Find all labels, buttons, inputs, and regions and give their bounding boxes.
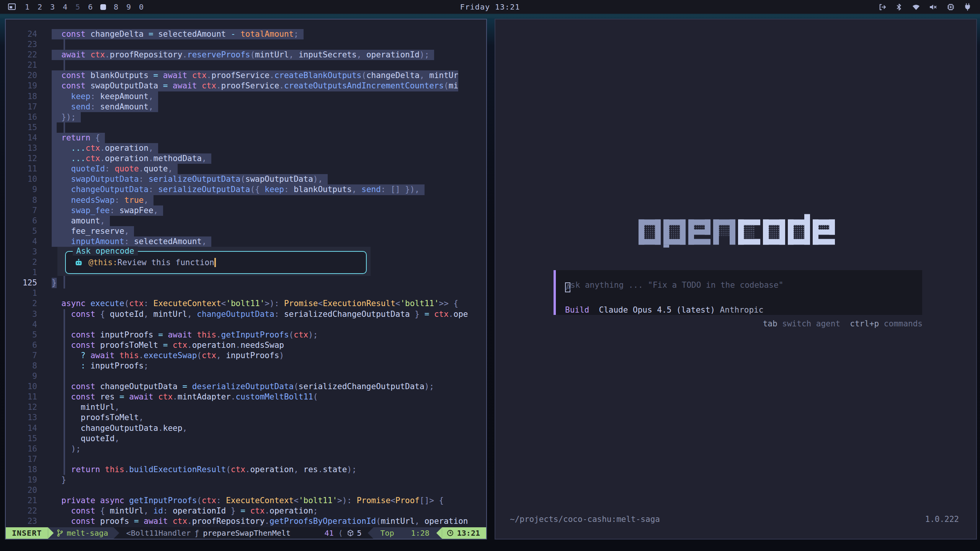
line-number: 7: [6, 205, 37, 216]
code-text: return {: [52, 133, 105, 143]
line-number: 7: [6, 350, 37, 361]
line-number: 19: [6, 81, 37, 91]
code-line[interactable]: 11 const res = await ctx.mintAdapter.cus…: [6, 392, 486, 402]
ask-context-tag: @this:: [88, 258, 118, 267]
code-text: : inputProofs;: [52, 361, 149, 371]
git-branch-icon: [57, 529, 63, 537]
code-line[interactable]: 9: [6, 371, 486, 381]
code-line[interactable]: 19 const swapOutputData = await ctx.proo…: [6, 81, 486, 91]
model-provider: Anthropic: [720, 305, 764, 315]
line-number: 16: [6, 112, 37, 122]
code-line[interactable]: 3 const { quoteId, mintUrl, changeOutput…: [6, 309, 486, 320]
chat-input[interactable]: Ask anything ... "Fix a TODO in the code…: [554, 270, 922, 315]
line-number: 10: [6, 174, 37, 184]
git-branch-name: melt-saga: [67, 528, 108, 538]
ask-float-title: Ask opencode: [73, 246, 138, 256]
code-line[interactable]: 14 return {: [6, 133, 486, 143]
code-line[interactable]: 8 : inputProofs;: [6, 361, 486, 371]
cursor-position: 1:28: [411, 528, 430, 538]
code-text: }: [52, 475, 66, 485]
powerline-separator: [436, 527, 442, 539]
code-line[interactable]: 23 const proofs = await ctx.proofReposit…: [6, 516, 486, 527]
code-text: changeOutputData: serializeOutputData({ …: [52, 184, 425, 195]
code-line[interactable]: 16 );: [6, 444, 486, 454]
code-line[interactable]: 10 swapOutputData: serializeOutputData(s…: [6, 174, 486, 184]
top-bar: 123456890 Friday 13:21: [0, 0, 980, 14]
code-line[interactable]: 5 const inputProofs = await this.getInpu…: [6, 330, 486, 340]
line-number: 9: [6, 184, 37, 195]
code-lines-above: 24 const changeDelta = selectedAmount - …: [6, 29, 486, 278]
code-line[interactable]: 16 });: [6, 112, 486, 122]
code-line[interactable]: 12 mintUrl,: [6, 402, 486, 412]
working-directory: ~/projects/coco-cashu:melt-saga: [510, 515, 660, 524]
code-line[interactable]: 6 const proofsToMelt = ctx.operation.nee…: [6, 340, 486, 350]
code-text: const { quoteId, mintUrl, changeOutputDa…: [52, 309, 468, 320]
line-number: 8: [6, 195, 37, 205]
code-cursor-line: 125 }: [6, 278, 486, 288]
code-line[interactable]: 6 amount,: [6, 216, 486, 226]
code-line[interactable]: 18 keep: keepAmount,: [6, 91, 486, 102]
keybind-hints: tab switch agent ctrl+p commands: [763, 319, 923, 328]
code-line[interactable]: 7 ? await this.executeSwap(ctx, inputPro…: [6, 350, 486, 361]
line-number: 1: [6, 267, 37, 278]
line-number: 19: [6, 475, 37, 485]
code-text: const proofs = await ctx.proofRepository…: [52, 516, 468, 527]
line-number: 2: [6, 298, 37, 309]
code-line[interactable]: 23: [6, 39, 486, 50]
code-text: const inputProofs = await this.getInputP…: [52, 330, 318, 340]
code-context: <Bolt11Handler ƒ prepareSwapThenMelt: [126, 528, 291, 538]
code-line[interactable]: 20: [6, 485, 486, 496]
code-line[interactable]: 22 const { mintUrl, id: operationId } = …: [6, 506, 486, 516]
code-line[interactable]: 9 changeOutputData: serializeOutputData(…: [6, 184, 486, 195]
code-line[interactable]: 24 const changeDelta = selectedAmount - …: [6, 29, 486, 39]
code-line[interactable]: 8 needsSwap: true,: [6, 195, 486, 205]
code-line[interactable]: 14 changeOutputData.keep,: [6, 423, 486, 434]
line-number: 15: [6, 434, 37, 444]
code-text: const changeOutputData = deserializeOutp…: [52, 381, 434, 392]
bar-clock: Friday 13:21: [0, 2, 980, 11]
line-number: 9: [6, 371, 37, 381]
code-line[interactable]: 11 quoteId: quote.quote,: [6, 164, 486, 174]
code-line[interactable]: 20 const blankOutputs = await ctx.proofS…: [6, 70, 486, 81]
code-text: swapOutputData: serializeOutputData(swap…: [52, 174, 328, 184]
code-line[interactable]: 7 swap_fee: swapFee,: [6, 205, 486, 216]
code-line[interactable]: 13 proofsToMelt,: [6, 412, 486, 423]
code-line[interactable]: 18 return this.buildExecutionResult(ctx.…: [6, 465, 486, 475]
code-line[interactable]: 15: [6, 122, 486, 133]
code-text: needsSwap: true,: [52, 195, 154, 205]
code-line[interactable]: 4 inputAmount: selectedAmount,: [6, 236, 486, 247]
code-text: const proofsToMelt = ctx.operation.needs…: [52, 340, 284, 350]
code-line[interactable]: 17 send: sendAmount,: [6, 102, 486, 112]
code-line[interactable]: 125 }: [6, 278, 486, 288]
code-line[interactable]: 12 ...ctx.operation.methodData,: [6, 153, 486, 164]
agent-name[interactable]: Build: [565, 305, 589, 315]
code-text: keep: keepAmount,: [52, 91, 158, 102]
code-line[interactable]: 21 private async getInputProofs(ctx: Exe…: [6, 496, 486, 506]
code-text: quoteId: quote.quote,: [52, 164, 178, 174]
code-line[interactable]: 10 const changeOutputData = deserializeO…: [6, 381, 486, 392]
mode-indicator: INSERT: [6, 527, 48, 539]
code-line[interactable]: 19 }: [6, 475, 486, 485]
ask-opencode-float[interactable]: Ask opencode @this: Review this function: [65, 251, 367, 274]
line-number: 12: [6, 153, 37, 164]
code-line[interactable]: 21: [6, 60, 486, 70]
code-line[interactable]: 17: [6, 454, 486, 465]
code-text: );: [52, 444, 81, 454]
line-number: 13: [6, 412, 37, 423]
code-line[interactable]: 13 ...ctx.operation,: [6, 143, 486, 153]
package-icon: [347, 530, 354, 536]
code-line[interactable]: 2 async execute(ctx: ExecuteContext<'bol…: [6, 298, 486, 309]
line-number: 4: [6, 320, 37, 330]
model-name[interactable]: Claude Opus 4.5 (latest): [599, 305, 715, 315]
opencode-footer: ~/projects/coco-cashu:melt-saga 1.0.222: [510, 515, 959, 524]
line-number: 11: [6, 392, 37, 402]
code-line[interactable]: 4: [6, 320, 486, 330]
code-line[interactable]: 22 await ctx.proofRepository.reserveProo…: [6, 50, 486, 60]
code-text: proofsToMelt,: [52, 412, 144, 423]
line-number: 6: [6, 216, 37, 226]
git-branch-segment: melt-saga: [54, 527, 113, 539]
code-text: }: [52, 278, 57, 288]
code-line[interactable]: 5 fee_reserve,: [6, 226, 486, 236]
code-line[interactable]: 15 quoteId,: [6, 434, 486, 444]
code-line[interactable]: 1: [6, 288, 486, 298]
